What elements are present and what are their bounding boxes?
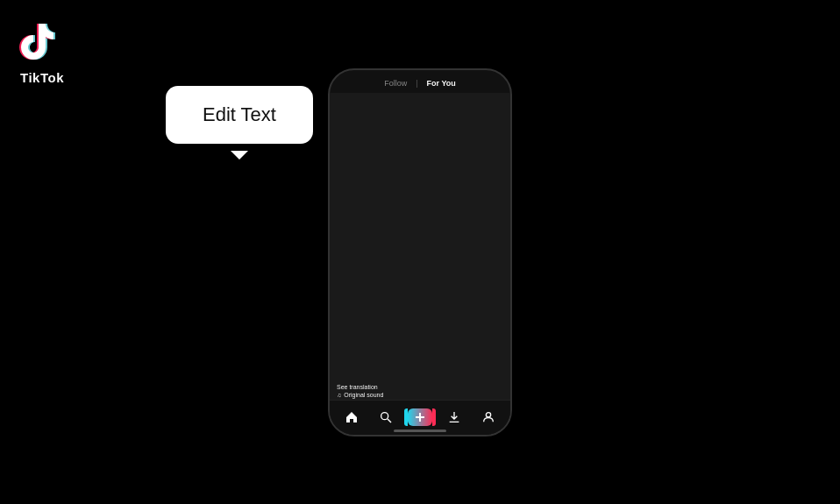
svg-line-7 [388,419,391,422]
edit-text-label: Edit Text [203,103,276,126]
phone-bottom-info: See translation ♫ Original sound [337,384,383,398]
edit-text-bubble: Edit Text [166,86,313,144]
original-sound: ♫ Original sound [337,392,383,398]
phone-mockup: Follow | For You [328,68,512,437]
svg-point-11 [486,413,490,417]
nav-profile[interactable] [476,405,501,429]
search-icon [379,410,393,424]
phone-content: Share 555 [330,93,510,435]
nav-home[interactable] [339,405,364,429]
phone-wrapper: Edit Text Follow | For You [328,68,512,437]
nav-download[interactable] [442,405,466,429]
svg-point-6 [381,413,388,420]
nav-divider: | [416,79,417,88]
music-note-icon: ♫ [337,392,341,398]
nav-create[interactable] [408,405,432,429]
home-icon [345,410,359,424]
profile-icon [481,410,495,424]
tiktok-icon [16,16,68,68]
follow-nav: Follow [384,79,407,88]
plus-icon [414,411,426,423]
tiktok-logo: TikTok [16,16,68,85]
download-icon [447,410,461,424]
nav-search[interactable] [374,405,398,429]
home-indicator [394,429,446,432]
create-button[interactable] [408,408,432,426]
phone-top-nav: Follow | For You [330,70,510,93]
tiktok-label: TikTok [20,70,64,85]
see-translation[interactable]: See translation [337,384,383,390]
for-you-nav: For You [427,79,456,88]
